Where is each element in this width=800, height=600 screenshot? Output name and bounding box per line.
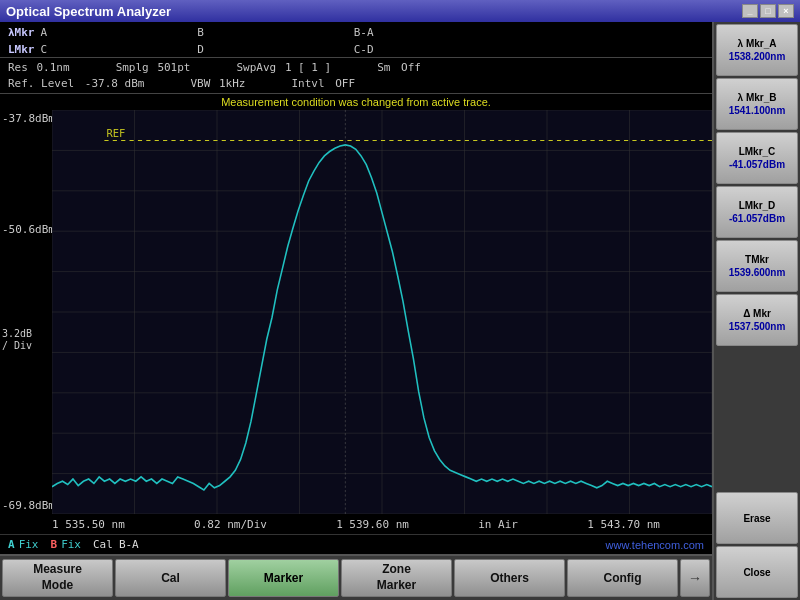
res-setting: Res 0.1nm — [8, 60, 70, 76]
marker-line-2: LMkr C D C-D — [8, 41, 704, 58]
main-container: λMkr A B B-A LMkr C D — [0, 22, 800, 600]
smplg-setting: Smplg 501pt — [116, 60, 191, 76]
marker-header: λMkr A B B-A LMkr C D — [0, 22, 712, 58]
marker-rows: λMkr A B B-A LMkr C D — [8, 24, 704, 55]
mkr-a-header: λMkr A — [8, 24, 47, 41]
marker-line-1: λMkr A B B-A — [8, 24, 704, 41]
mkr-a-button[interactable]: λ Mkr_A 1538.200nm — [716, 24, 798, 76]
title-bar-controls: _ □ × — [742, 4, 794, 18]
delta-mkr-button[interactable]: Δ Mkr 1537.500nm — [716, 294, 798, 346]
x-right: 1 543.70 nm — [587, 518, 660, 531]
mkr-d-header: D — [197, 41, 204, 58]
y-label-top: -37.8dBm — [2, 112, 55, 125]
title-bar: Optical Spectrum Analyzer _ □ × — [0, 0, 800, 22]
y-label-mid1: -50.6dBm — [2, 223, 55, 236]
mkr-d-button[interactable]: LMkr_D -61.057dBm — [716, 186, 798, 238]
x-unit: in Air — [478, 518, 518, 531]
y-label-bot: -69.8dBm — [2, 499, 55, 512]
spectrum-chart: REF — [52, 110, 712, 514]
close-button[interactable]: × — [778, 4, 794, 18]
ref-level-setting: Ref. Level -37.8 dBm — [8, 76, 144, 92]
mkr-ba-header: B-A — [354, 24, 374, 41]
trace-b: B Fix — [51, 538, 82, 551]
measure-mode-button[interactable]: Measure Mode — [2, 559, 113, 597]
intvl-setting: Intvl OFF — [291, 76, 355, 92]
button-spacer — [716, 348, 798, 490]
minimize-button[interactable]: _ — [742, 4, 758, 18]
settings-line-2: Ref. Level -37.8 dBm VBW 1kHz Intvl OFF — [8, 76, 704, 92]
trace-bar: A Fix B Fix Cal B-A www.tehencom.com — [0, 534, 712, 554]
maximize-button[interactable]: □ — [760, 4, 776, 18]
mkr-c-header: LMkr C — [8, 41, 47, 58]
y-label-scale: 3.2dB/ Div — [2, 328, 32, 352]
settings-line-1: Res 0.1nm Smplg 501pt SwpAvg 1 [ 1 ] Sm … — [8, 60, 704, 76]
mkr-c-button[interactable]: LMkr_C -41.057dBm — [716, 132, 798, 184]
left-panel: λMkr A B B-A LMkr C D — [0, 22, 712, 600]
svg-text:REF: REF — [106, 127, 125, 140]
x-div: 0.82 nm/Div — [194, 518, 267, 531]
vbw-setting: VBW 1kHz — [190, 76, 245, 92]
bottom-toolbar: Measure Mode Cal Marker Zone Marker Othe… — [0, 554, 712, 600]
right-panel: λ Mkr_A 1538.200nm λ Mkr_B 1541.100nm LM… — [712, 22, 800, 600]
zone-marker-button[interactable]: Zone Marker — [341, 559, 452, 597]
x-left: 1 535.50 nm — [52, 518, 125, 531]
marker-button[interactable]: Marker — [228, 559, 339, 597]
erase-button[interactable]: Erase — [716, 492, 798, 544]
plot-message: Measurement condition was changed from a… — [0, 94, 712, 110]
window-title: Optical Spectrum Analyzer — [6, 4, 171, 19]
x-axis-bar: 1 535.50 nm 0.82 nm/Div 1 539.60 nm in A… — [0, 514, 712, 534]
sm-setting: Sm Off — [377, 60, 421, 76]
mkr-b-button[interactable]: λ Mkr_B 1541.100nm — [716, 78, 798, 130]
config-button[interactable]: Config — [567, 559, 678, 597]
cal-button[interactable]: Cal — [115, 559, 226, 597]
arrow-button[interactable]: → — [680, 559, 710, 597]
others-button[interactable]: Others — [454, 559, 565, 597]
settings-bar: Res 0.1nm Smplg 501pt SwpAvg 1 [ 1 ] Sm … — [0, 58, 712, 94]
plot-container: Measurement condition was changed from a… — [0, 94, 712, 554]
trace-cal: Cal B-A — [93, 538, 139, 551]
tmkr-button[interactable]: TMkr 1539.600nm — [716, 240, 798, 292]
x-center: 1 539.60 nm — [336, 518, 409, 531]
mkr-cd-header: C-D — [354, 41, 374, 58]
website-url: www.tehencom.com — [606, 539, 704, 551]
trace-a: A Fix — [8, 538, 39, 551]
mkr-b-header: B — [197, 24, 204, 41]
close-button-right[interactable]: Close — [716, 546, 798, 598]
swpavg-setting: SwpAvg 1 [ 1 ] — [237, 60, 332, 76]
